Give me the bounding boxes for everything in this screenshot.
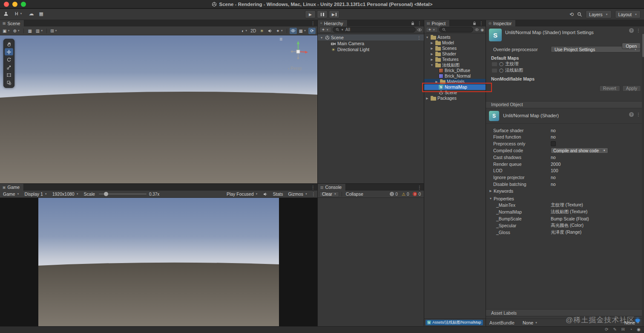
error-count-toggle[interactable]: !0 [411, 192, 422, 197]
scene-visibility-toggle[interactable] [290, 28, 297, 34]
default-map-normalmap[interactable]: ◯法线贴图 [486, 67, 644, 74]
panel-menu-icon[interactable]: ⋮ [636, 112, 641, 117]
gizmos-dropdown[interactable]: Gizmos▼ [287, 191, 309, 197]
hierarchy-item-scene[interactable]: ▼ Scene ⋮ [318, 35, 424, 41]
help-icon[interactable]: ? [629, 28, 634, 33]
snap-increment-dropdown[interactable]: ⊞▼ [49, 28, 58, 34]
project-item-normalmap-folder[interactable]: ▼法线贴图 [424, 62, 486, 68]
compile-and-show-code-button[interactable]: Compile and show code▼ [551, 148, 608, 153]
foldout-arrow[interactable]: ▼ [319, 36, 324, 39]
hierarchy-item-main-camera[interactable]: Main Camera [318, 41, 424, 46]
map-field[interactable] [492, 62, 497, 67]
tab-hierarchy[interactable]: ≡Hierarchy [318, 20, 348, 26]
properties-foldout[interactable]: ▼Properties [486, 195, 644, 202]
close-window-button[interactable] [4, 2, 9, 7]
chevron-down-icon[interactable]: ▼ [601, 149, 606, 152]
project-item-packages[interactable]: ▶Packages [424, 96, 486, 101]
console-log-area[interactable] [318, 198, 424, 326]
game-view-dropdown[interactable]: Game▼ [2, 191, 21, 197]
panel-menu-icon[interactable]: ⋮ [479, 21, 483, 26]
project-item-shader[interactable]: ▶Shader [424, 51, 486, 57]
panel-menu-icon[interactable]: ⋮ [311, 192, 316, 197]
draw-mode-dropdown[interactable]: ◐▼ [241, 28, 248, 34]
scale-slider[interactable] [99, 194, 147, 194]
account-button[interactable] [3, 11, 9, 16]
play-button[interactable]: ▶ [305, 10, 316, 18]
map-field[interactable] [492, 68, 497, 73]
lock-icon[interactable] [411, 21, 414, 26]
scrollbar-thumb[interactable] [642, 34, 644, 57]
panel-menu-icon[interactable]: ⋮ [417, 21, 422, 26]
project-search-input[interactable] [439, 27, 473, 32]
display-dropdown[interactable]: Display 1▼ [23, 191, 49, 197]
search-scope-caret[interactable]: ▼ [341, 29, 344, 31]
tab-project[interactable]: ▤Project [424, 20, 450, 26]
progress-icon[interactable]: ◔ [630, 327, 632, 332]
assetbundle-dropdown[interactable]: None▼ [521, 320, 539, 325]
keywords-foldout[interactable]: ▶Keywords [486, 188, 644, 194]
activity-icon[interactable]: ◉ [637, 327, 641, 332]
move-tool-button[interactable] [5, 48, 13, 55]
project-item-assets[interactable]: ▼Assets [424, 35, 486, 40]
hand-tool-button[interactable] [5, 41, 13, 48]
scene-audio-toggle[interactable] [267, 28, 274, 34]
warning-count-toggle[interactable]: ⚠0 [400, 192, 411, 197]
create-menu-button[interactable]: +▼ [426, 27, 438, 32]
zoom-window-button[interactable] [21, 2, 26, 7]
preprocess-only-checkbox[interactable] [551, 141, 556, 146]
layers-dropdown[interactable]: Layers▼ [586, 10, 611, 18]
project-item-brick-normal[interactable]: Brick_Normal [424, 73, 486, 79]
handle-orientation-dropdown[interactable]: ⊕▼ [12, 28, 20, 34]
hierarchy-item-directional-light[interactable]: ☀ Directional Light [318, 46, 424, 52]
panel-menu-icon[interactable]: ⋮ [311, 185, 315, 190]
foldout-arrow[interactable]: ▶ [430, 58, 434, 61]
game-viewport[interactable] [0, 198, 317, 326]
foldout-arrow[interactable]: ▶ [430, 41, 434, 45]
object-picker-icon[interactable]: ◯ [499, 68, 503, 72]
refresh-icon[interactable]: ⟳ [605, 327, 608, 332]
item-menu-icon[interactable]: ⋮ [417, 35, 424, 40]
inspector-scrollbar[interactable] [642, 33, 644, 326]
overlay-menu-icon[interactable]: ≡ [279, 36, 282, 42]
layout-dropdown[interactable]: Layout▼ [615, 10, 641, 18]
stats-button[interactable]: Stats [272, 191, 285, 197]
default-map-maintex[interactable]: ◯主纹理 [486, 61, 644, 67]
clear-dropdown[interactable]: Clear▼ [319, 191, 339, 197]
services-grid-button[interactable]: ▦ [39, 11, 43, 17]
tab-game[interactable]: ▣Game [0, 184, 24, 191]
tab-scene[interactable]: ▦Scene [0, 20, 24, 26]
create-menu-button[interactable]: +▼ [319, 27, 331, 32]
scene-lighting-toggle[interactable]: ☀ [258, 28, 265, 34]
scale-slider-thumb[interactable] [104, 192, 108, 196]
scene-viewport[interactable]: ≡ ‹ Persp [0, 35, 317, 183]
notes-icon[interactable]: ✎ [613, 327, 616, 332]
tool-settings-dropdown[interactable]: ▣▼ [2, 28, 11, 34]
project-item-brick-diffuse[interactable]: Brick_Diffuse [424, 68, 486, 73]
rotate-tool-button[interactable] [5, 56, 13, 63]
tab-inspector[interactable]: ◎Inspector [486, 20, 516, 26]
panel-menu-icon[interactable]: ⋮ [417, 185, 422, 190]
window-controls[interactable] [4, 2, 26, 7]
project-item-scenes[interactable]: ▶Scenes [424, 46, 486, 51]
cloud-button[interactable]: ☁ [29, 11, 34, 17]
foldout-arrow[interactable]: ▼ [430, 64, 434, 67]
search-icon[interactable] [577, 12, 582, 17]
project-item-model[interactable]: ▶Model [424, 40, 486, 46]
scale-tool-button[interactable] [5, 64, 13, 71]
mute-audio-button[interactable] [262, 191, 269, 197]
collapse-toggle[interactable]: Collapse [345, 191, 365, 197]
pause-button[interactable] [317, 10, 328, 18]
object-picker-icon[interactable]: ◯ [499, 62, 503, 66]
foldout-arrow[interactable]: ▶ [489, 189, 493, 193]
scene-picker-icon[interactable] [417, 28, 422, 32]
rect-tool-button[interactable] [5, 71, 13, 78]
foldout-arrow[interactable]: ▶ [430, 47, 434, 50]
tab-console[interactable]: ▥Console [318, 184, 346, 191]
transform-tool-button[interactable] [5, 79, 13, 86]
2d-toggle-button[interactable]: 2D [250, 28, 257, 34]
open-button[interactable]: Open [622, 43, 641, 49]
camera-sync-button[interactable]: ⟳ [308, 28, 316, 34]
snap-settings-dropdown[interactable]: ▥▼ [35, 28, 44, 34]
grid-visibility-dropdown[interactable]: ▦▼ [298, 28, 307, 34]
apply-button[interactable]: Apply [622, 85, 641, 92]
